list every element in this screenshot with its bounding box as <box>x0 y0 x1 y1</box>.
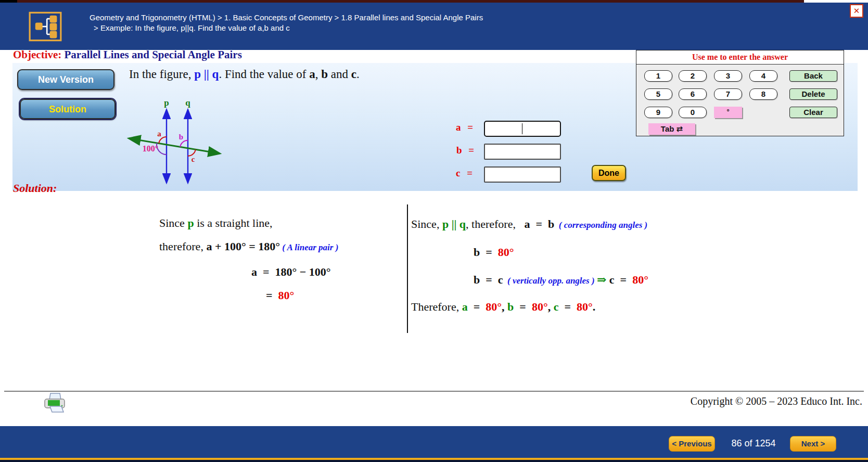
question-part: , <box>315 68 322 81</box>
answer-input-b[interactable] <box>484 144 561 160</box>
label-a: a <box>157 130 161 138</box>
solution-right-line-1: Since, p || q, therefore, a = b ( corres… <box>411 217 647 231</box>
label-c: c <box>192 155 195 163</box>
delete-button[interactable]: Delete <box>789 88 837 100</box>
previous-button[interactable]: < Previous <box>669 436 715 452</box>
text: , <box>502 300 507 313</box>
implies-arrow: ⇒ <box>597 273 606 286</box>
question-part: . <box>356 68 360 81</box>
objective-label: Objective: <box>13 48 65 61</box>
header-bar: Geometry and Trigonometry (HTML) > 1. Ba… <box>0 3 868 50</box>
equation: a = 180° − 100° <box>251 265 331 278</box>
key-1[interactable]: 1 <box>644 70 672 82</box>
key-0[interactable]: 0 <box>679 107 707 118</box>
answer-label-c: c = <box>456 168 473 179</box>
question-pq: p || q <box>194 68 219 81</box>
var-c: c <box>554 300 559 313</box>
solution-left-line-3: a = 180° − 100° <box>251 265 331 279</box>
note-linear-pair: ( A linear pair ) <box>280 242 338 252</box>
done-button[interactable]: Done <box>592 165 626 181</box>
var-b: b <box>507 300 514 313</box>
page-counter: 86 of 1254 <box>727 438 780 449</box>
clear-button[interactable]: Clear <box>789 107 837 118</box>
answer-keypad: Use me to enter the answer 1 2 3 4 5 6 7… <box>636 50 844 136</box>
key-9[interactable]: 9 <box>644 107 672 118</box>
value-80: 80° <box>632 273 648 286</box>
equals: = <box>558 300 577 313</box>
var-p: p <box>187 216 194 229</box>
print-icon[interactable] <box>43 392 66 414</box>
value-80: 80° <box>278 289 295 302</box>
key-2[interactable]: 2 <box>679 70 707 82</box>
key-8[interactable]: 8 <box>749 88 777 100</box>
key-degree[interactable]: ° <box>714 107 742 118</box>
breadcrumb-line-2: > Example: In the figure, p||q. Find the… <box>90 23 483 33</box>
solution-left-line-2: therefore, a + 100° = 180° ( A linear pa… <box>159 240 338 253</box>
equals: = <box>468 300 486 313</box>
text: , therefore, <box>466 217 524 230</box>
close-icon[interactable]: ✕ <box>850 4 863 18</box>
question-var-b: b <box>321 68 328 81</box>
breadcrumb: Geometry and Trigonometry (HTML) > 1. Ba… <box>90 12 483 33</box>
back-button[interactable]: Back <box>789 70 837 82</box>
solution-left-line-4: = 80° <box>266 289 294 302</box>
solution-left-line-1: Since p is a straight line, <box>159 216 273 230</box>
objective-title: Parallel Lines and Special Angle Pairs <box>65 48 242 61</box>
question-var-c: c <box>351 68 356 81</box>
text: Therefore, <box>411 300 462 313</box>
parallel-lines-figure: p q a 100° b c <box>121 86 230 187</box>
sitemap-logo-icon <box>29 11 62 42</box>
key-3[interactable]: 3 <box>714 70 742 82</box>
solution-heading: Solution: <box>13 182 57 195</box>
text: Since <box>159 216 187 229</box>
solution-conclusion: Therefore, a = 80°, b = 80°, c = 80°. <box>411 300 595 314</box>
tab-button[interactable]: Tab ⇄ <box>648 123 695 135</box>
solution-button[interactable]: Solution <box>20 99 116 119</box>
equation: a = b <box>524 217 554 230</box>
value-80: 80° <box>532 300 548 313</box>
text: therefore, <box>159 240 206 253</box>
equation: b = <box>474 246 498 259</box>
question-part: In the figure, <box>129 68 194 81</box>
note-vertically-opposite: ( vertically opp. angles ) <box>503 276 597 286</box>
var-a: a <box>462 300 468 313</box>
solution-right-line-3: b = c ( vertically opp. angles ) ⇒ c = 8… <box>474 273 648 287</box>
copyright-text: Copyright © 2005 – 2023 Educo Int. Inc. <box>691 395 862 407</box>
text: Since, <box>411 217 442 230</box>
key-6[interactable]: 6 <box>679 88 707 100</box>
page-title: Objective: Parallel Lines and Special An… <box>13 48 242 61</box>
label-q: q <box>185 98 190 108</box>
footer-divider <box>4 391 864 392</box>
answer-input-a[interactable] <box>484 121 561 137</box>
equals: = <box>266 289 278 302</box>
value-80: 80° <box>486 300 502 313</box>
text: , <box>548 300 554 313</box>
value-80: 80° <box>577 300 593 313</box>
key-4[interactable]: 4 <box>749 70 777 82</box>
keypad-title: Use me to enter the answer <box>636 50 844 65</box>
question-text: In the figure, p || q. Find the value of… <box>129 68 360 81</box>
text: . <box>593 300 596 313</box>
equation: b = c <box>474 273 503 286</box>
label-100-degrees: 100° <box>143 144 158 153</box>
key-7[interactable]: 7 <box>714 88 742 100</box>
answer-label-a: a = <box>456 122 473 133</box>
new-version-button[interactable]: New Version <box>17 69 114 90</box>
question-var-a: a <box>309 68 315 81</box>
answer-input-c[interactable] <box>484 166 561 183</box>
bottom-nav-bar: < Previous 86 of 1254 Next > <box>0 426 868 458</box>
equation: c = <box>606 273 632 286</box>
equals: = <box>514 300 532 313</box>
value-80: 80° <box>498 246 514 259</box>
key-5[interactable]: 5 <box>644 88 672 100</box>
column-divider <box>407 204 408 333</box>
equation: a + 100° = 180° <box>206 240 280 253</box>
solution-right-line-2: b = 80° <box>474 246 514 259</box>
var-pq: p || q <box>442 217 466 230</box>
label-b: b <box>179 133 183 141</box>
text: is a straight line, <box>194 216 273 229</box>
next-button[interactable]: Next > <box>790 436 836 452</box>
angle-b-arc <box>180 140 188 147</box>
note-corresponding-angles: ( corresponding angles ) <box>554 220 647 230</box>
text-caret <box>522 123 522 134</box>
